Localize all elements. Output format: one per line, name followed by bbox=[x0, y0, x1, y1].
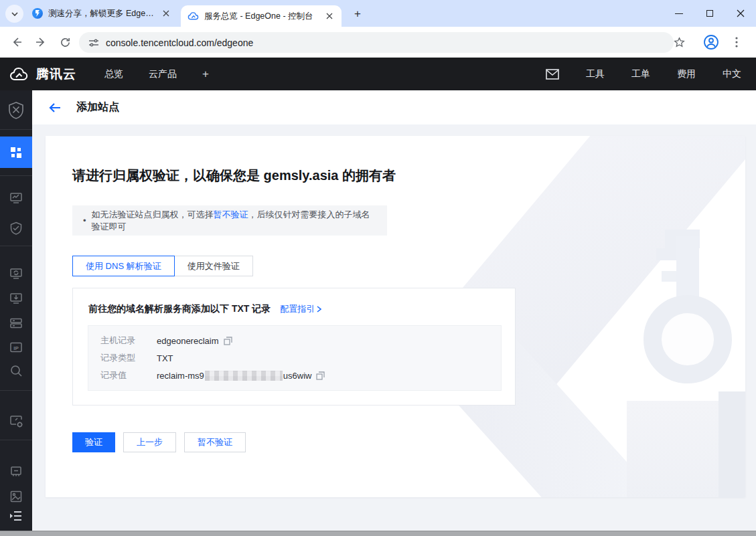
deco-key-icon bbox=[644, 295, 732, 383]
record-value: reclaim-ms9us6wiw bbox=[157, 371, 311, 381]
browser-menu-icon[interactable] bbox=[727, 32, 747, 52]
site-settings-icon[interactable] bbox=[88, 37, 99, 48]
sidebar-item-site-settings[interactable] bbox=[0, 409, 32, 433]
browser-toolbar: console.tencentcloud.com/edgeone bbox=[0, 27, 756, 58]
nav-language[interactable]: 中文 bbox=[723, 68, 741, 80]
dns-record-panel: 前往您的域名解析服务商添加以下 TXT 记录 配置指引 主机记录 edgeone… bbox=[72, 288, 516, 406]
address-bar[interactable]: console.tencentcloud.com/edgeone bbox=[79, 32, 674, 53]
action-buttons: 验证 上一步 暂不验证 bbox=[72, 432, 246, 452]
nav-products[interactable]: 云产品 bbox=[149, 68, 177, 80]
notice-banner: • 如无法验证站点归属权，可选择暂不验证，后续仅针对需要接入的子域名验证即可 bbox=[72, 205, 387, 236]
bookmark-star-icon[interactable] bbox=[669, 32, 689, 52]
verify-button[interactable]: 验证 bbox=[72, 432, 115, 452]
tab-title: 测速分享，解锁更多 EdgeOne bbox=[48, 8, 155, 19]
tab-close-icon[interactable] bbox=[324, 11, 335, 21]
record-row-host: 主机记录 edgeonereclaim bbox=[100, 334, 489, 347]
tencent-cloud-header: 腾讯云 总览 云产品 + 工具 工单 费用 中文 bbox=[0, 58, 756, 90]
sidebar-divider bbox=[0, 390, 32, 391]
dashboard-icon bbox=[10, 147, 22, 159]
browser-tab-2-active[interactable]: 服务总览 - EdgeOne - 控制台 bbox=[181, 5, 342, 27]
ip-icon-text: IP bbox=[13, 345, 19, 351]
brand-text: 腾讯云 bbox=[36, 66, 76, 83]
nav-tickets[interactable]: 工单 bbox=[631, 68, 650, 80]
sidebar-collapse-menu-icon[interactable] bbox=[0, 504, 32, 528]
tencent-cloud-logo[interactable]: 腾讯云 bbox=[9, 66, 76, 83]
new-tab-button[interactable]: + bbox=[350, 6, 366, 22]
page-title: 添加站点 bbox=[76, 100, 119, 114]
host-record-value: edgeonereclaim bbox=[157, 336, 219, 346]
deco-key-icon bbox=[662, 271, 676, 282]
notice-text: 如无法验证站点归属权，可选择暂不验证，后续仅针对需要接入的子域名验证即可 bbox=[92, 209, 376, 233]
nav-billing[interactable]: 费用 bbox=[677, 68, 696, 80]
main-content: 请进行归属权验证，以确保您是 gemsly.asia 的拥有者 • 如无法验证站… bbox=[32, 124, 756, 531]
tencent-cloud-favicon-icon bbox=[187, 11, 199, 22]
tab-file-verification[interactable]: 使用文件验证 bbox=[175, 256, 253, 276]
record-type-value: TXT bbox=[157, 353, 173, 363]
skip-verification-link[interactable]: 暂不验证 bbox=[214, 209, 248, 219]
skip-verify-button[interactable]: 暂不验证 bbox=[184, 432, 246, 452]
tab-dns-verification[interactable]: 使用 DNS 解析验证 bbox=[72, 256, 175, 276]
reload-button[interactable] bbox=[55, 32, 75, 52]
tab-close-icon[interactable] bbox=[161, 8, 171, 19]
sidebar-item-search[interactable] bbox=[0, 359, 32, 383]
verification-heading: 请进行归属权验证，以确保您是 gemsly.asia 的拥有者 bbox=[72, 167, 396, 185]
profile-avatar-icon[interactable] bbox=[701, 32, 721, 52]
edgeone-logo-icon[interactable] bbox=[0, 98, 32, 122]
verification-method-tabs: 使用 DNS 解析验证 使用文件验证 bbox=[72, 256, 253, 276]
sidebar-divider bbox=[0, 129, 32, 130]
sidebar: IP bbox=[0, 90, 32, 531]
mail-icon[interactable] bbox=[546, 69, 559, 80]
sidebar-item-site-sync[interactable] bbox=[0, 262, 32, 286]
txt-record-box: 主机记录 edgeonereclaim 记录类型 TXT 记录值 bbox=[88, 325, 502, 391]
header-nav: 总览 云产品 bbox=[104, 68, 177, 80]
sidebar-item-site-download[interactable] bbox=[0, 286, 32, 310]
sidebar-item-device[interactable] bbox=[0, 460, 32, 484]
screen: 测速分享，解锁更多 EdgeOne 服务总览 - EdgeOne - 控制台 + bbox=[0, 0, 756, 536]
window-minimize-button[interactable] bbox=[664, 0, 694, 27]
panel-title: 前往您的域名解析服务商添加以下 TXT 记录 bbox=[88, 303, 271, 315]
config-guide-link[interactable]: 配置指引 bbox=[280, 303, 321, 315]
browser-tabstrip: 测速分享，解锁更多 EdgeOne 服务总览 - EdgeOne - 控制台 + bbox=[0, 0, 756, 27]
cloud-logo-icon bbox=[9, 67, 29, 82]
window-close-button[interactable] bbox=[725, 0, 756, 27]
bullet-icon: • bbox=[83, 215, 86, 226]
verification-card: 请进行归属权验证，以确保您是 gemsly.asia 的拥有者 • 如无法验证站… bbox=[46, 136, 745, 497]
nav-tools[interactable]: 工具 bbox=[586, 68, 605, 80]
window-controls bbox=[664, 0, 756, 27]
header-add-button[interactable]: + bbox=[202, 68, 209, 81]
page-header: 添加站点 bbox=[32, 90, 756, 124]
edgeone-favicon-icon bbox=[32, 8, 43, 19]
copy-icon[interactable] bbox=[316, 371, 325, 380]
nav-overview[interactable]: 总览 bbox=[104, 68, 123, 80]
back-arrow-icon[interactable] bbox=[48, 102, 62, 113]
sidebar-divider bbox=[0, 440, 32, 440]
horizontal-scrollbar[interactable] bbox=[0, 531, 756, 536]
browser-tab-1[interactable]: 测速分享，解锁更多 EdgeOne bbox=[25, 0, 178, 27]
sidebar-item-overview-active[interactable] bbox=[0, 137, 32, 168]
sidebar-item-security-shield[interactable] bbox=[0, 216, 32, 240]
record-row-value: 记录值 reclaim-ms9us6wiw bbox=[100, 369, 489, 382]
copy-icon[interactable] bbox=[224, 337, 232, 345]
sidebar-item-server-list[interactable] bbox=[0, 311, 32, 335]
sidebar-item-ip[interactable]: IP bbox=[0, 335, 32, 359]
window-maximize-button[interactable] bbox=[694, 0, 725, 27]
deco-key-icon bbox=[656, 248, 676, 260]
header-right-nav: 工具 工单 费用 中文 bbox=[546, 68, 741, 80]
masked-value bbox=[205, 371, 283, 381]
url-text[interactable]: console.tencentcloud.com/edgeone bbox=[106, 37, 253, 48]
sidebar-divider bbox=[0, 246, 32, 246]
sidebar-item-site-monitor[interactable] bbox=[0, 186, 32, 210]
previous-step-button[interactable]: 上一步 bbox=[123, 432, 176, 452]
sidebar-divider bbox=[0, 175, 32, 176]
record-row-type: 记录类型 TXT bbox=[100, 351, 489, 365]
forward-button[interactable] bbox=[31, 32, 51, 52]
chevron-right-icon bbox=[317, 306, 321, 312]
back-button[interactable] bbox=[7, 32, 27, 52]
deco-pedestal bbox=[719, 391, 745, 497]
tab-search-chevron-icon[interactable] bbox=[5, 5, 23, 23]
tab-title: 服务总览 - EdgeOne - 控制台 bbox=[204, 11, 319, 22]
